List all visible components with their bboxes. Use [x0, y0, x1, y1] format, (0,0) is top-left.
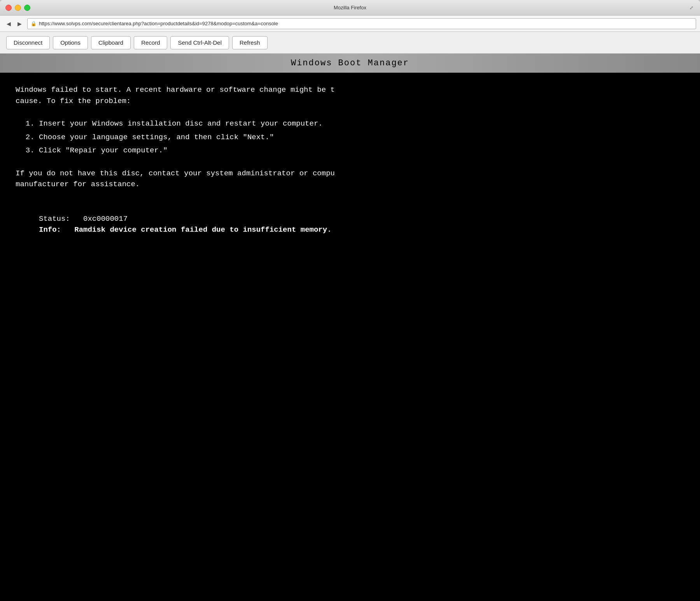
resize-button[interactable]: ⤢	[688, 5, 695, 11]
options-button[interactable]: Options	[53, 36, 88, 49]
title-bar: Mozilla Firefox ⤢	[0, 0, 700, 16]
boot-manager-header: Windows Boot Manager	[0, 54, 700, 73]
status-line: Status: 0xc0000017	[39, 213, 684, 225]
send-ctrl-alt-del-button[interactable]: Send Ctrl-Alt-Del	[170, 36, 229, 49]
window-title: Mozilla Firefox	[334, 5, 366, 10]
toolbar: Disconnect Options Clipboard Record Send…	[0, 32, 700, 54]
main-message-line2: cause. To fix the problem:	[16, 96, 684, 107]
main-message: Windows failed to start. A recent hardwa…	[16, 84, 684, 107]
refresh-button[interactable]: Refresh	[232, 36, 268, 49]
nav-buttons: ◀ ▶	[4, 19, 24, 28]
lock-icon: 🔒	[31, 21, 37, 26]
address-bar-row: ◀ ▶ 🔒 https://www.solvps.com/secure/clie…	[0, 16, 700, 32]
step-3: Click "Repair your computer."	[39, 145, 684, 156]
maximize-button[interactable]	[24, 5, 30, 11]
address-text: https://www.solvps.com/secure/clientarea…	[39, 21, 278, 26]
address-bar[interactable]: 🔒 https://www.solvps.com/secure/clientar…	[27, 18, 696, 29]
close-button[interactable]	[5, 5, 12, 11]
nav-back-button[interactable]: ◀	[4, 19, 13, 28]
step-1: Insert your Windows installation disc an…	[39, 118, 684, 129]
minimize-button[interactable]	[15, 5, 21, 11]
status-label: Status:	[39, 215, 70, 223]
info-label: Info:	[39, 225, 61, 234]
if-message: If you do not have this disc, contact yo…	[16, 168, 684, 190]
status-section: Status: 0xc0000017 Info: Ramdisk device …	[39, 213, 684, 236]
browser-window: Mozilla Firefox ⤢ ◀ ▶ 🔒 https://www.solv…	[0, 0, 700, 601]
main-message-line1: Windows failed to start. A recent hardwa…	[16, 84, 684, 96]
steps-list: Insert your Windows installation disc an…	[39, 118, 684, 156]
console-content: Windows failed to start. A recent hardwa…	[0, 73, 700, 247]
window-controls	[5, 5, 30, 11]
info-line: Info: Ramdisk device creation failed due…	[39, 224, 684, 236]
record-button[interactable]: Record	[134, 36, 167, 49]
console-area: Windows Boot Manager Windows failed to s…	[0, 54, 700, 601]
nav-forward-button[interactable]: ▶	[15, 19, 24, 28]
if-message-line2: manufacturer for assistance.	[16, 179, 684, 190]
disconnect-button[interactable]: Disconnect	[6, 36, 50, 49]
clipboard-button[interactable]: Clipboard	[91, 36, 131, 49]
step-2: Choose your language settings, and then …	[39, 132, 684, 143]
status-value: 0xc0000017	[83, 215, 128, 223]
boot-manager-title: Windows Boot Manager	[291, 58, 409, 68]
if-message-line1: If you do not have this disc, contact yo…	[16, 168, 684, 179]
info-value: Ramdisk device creation failed due to in…	[74, 225, 331, 234]
